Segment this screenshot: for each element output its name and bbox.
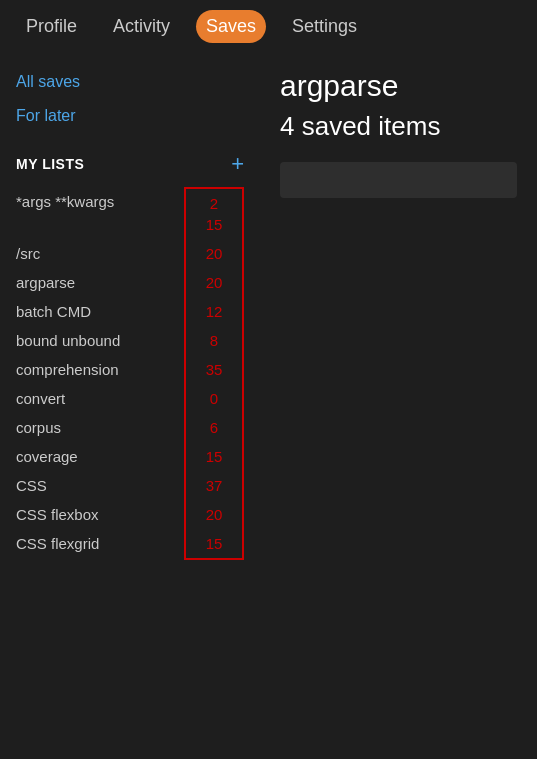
panel-subtitle: 4 saved items [280, 111, 517, 142]
top-nav: Profile Activity Saves Settings [0, 0, 537, 53]
list-name[interactable]: coverage [16, 442, 184, 471]
list-name[interactable]: corpus [16, 413, 184, 442]
list-item: corpus 6 [16, 413, 244, 442]
list-item: coverage 15 [16, 442, 244, 471]
main-layout: All saves For later MY LISTS + *args **k… [0, 53, 537, 572]
search-input[interactable] [280, 162, 517, 198]
my-lists-title: MY LISTS [16, 156, 84, 172]
list-item: argparse 20 [16, 268, 244, 297]
list-name[interactable]: CSS flexgrid [16, 529, 184, 560]
list-name[interactable]: CSS flexbox [16, 500, 184, 529]
list-item: comprehension 35 [16, 355, 244, 384]
list-item: bound unbound 8 [16, 326, 244, 355]
right-panel: argparse 4 saved items [260, 53, 537, 572]
list-name[interactable]: CSS [16, 471, 184, 500]
list-name[interactable]: *args **kwargs [16, 187, 184, 239]
list-name[interactable]: comprehension [16, 355, 184, 384]
panel-title: argparse [280, 69, 517, 103]
list-item: /src 20 [16, 239, 244, 268]
all-saves-link[interactable]: All saves [16, 65, 244, 99]
list-count: 8 [184, 326, 244, 355]
list-item: CSS flexbox 20 [16, 500, 244, 529]
list-count: 15 [184, 442, 244, 471]
nav-saves[interactable]: Saves [196, 10, 266, 43]
list-item: CSS 37 [16, 471, 244, 500]
list-item: CSS flexgrid 15 [16, 529, 244, 560]
list-count: 37 [184, 471, 244, 500]
list-count: 2 15 [184, 187, 244, 239]
list-name[interactable]: bound unbound [16, 326, 184, 355]
list-name[interactable]: batch CMD [16, 297, 184, 326]
my-lists-header: MY LISTS + [16, 153, 244, 175]
list-count: 15 [184, 529, 244, 560]
list-count: 20 [184, 239, 244, 268]
nav-profile[interactable]: Profile [16, 10, 87, 43]
sidebar: All saves For later MY LISTS + *args **k… [0, 53, 260, 572]
add-list-button[interactable]: + [231, 153, 244, 175]
list-item: convert 0 [16, 384, 244, 413]
list-count: 20 [184, 268, 244, 297]
list-count: 6 [184, 413, 244, 442]
list-item: batch CMD 12 [16, 297, 244, 326]
list-count: 12 [184, 297, 244, 326]
lists-container: *args **kwargs 2 15 /src 20 argpar [16, 187, 244, 560]
list-count: 20 [184, 500, 244, 529]
nav-activity[interactable]: Activity [103, 10, 180, 43]
list-name[interactable]: convert [16, 384, 184, 413]
list-name[interactable]: /src [16, 239, 184, 268]
list-count: 35 [184, 355, 244, 384]
list-item: *args **kwargs 2 15 [16, 187, 244, 239]
nav-settings[interactable]: Settings [282, 10, 367, 43]
list-name[interactable]: argparse [16, 268, 184, 297]
for-later-link[interactable]: For later [16, 99, 244, 133]
list-count: 0 [184, 384, 244, 413]
